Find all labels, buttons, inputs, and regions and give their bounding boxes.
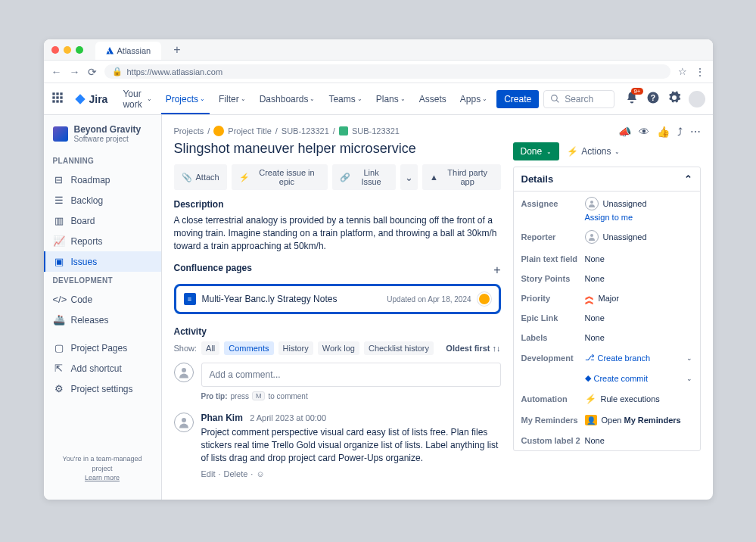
tab-all[interactable]: All: [201, 341, 219, 355]
detail-plain-text[interactable]: Plain text field None: [514, 249, 700, 269]
profile-avatar[interactable]: [689, 91, 705, 107]
comment-date: 2 April 2023 at 00:00: [250, 413, 326, 422]
maximize-window[interactable]: [76, 46, 83, 54]
crumb-projects[interactable]: Projects: [174, 126, 204, 136]
nav-plans[interactable]: Plans⌄: [372, 91, 410, 107]
svg-point-13: [182, 368, 186, 372]
tab-comments[interactable]: Comments: [224, 341, 273, 355]
sidebar-project-pages[interactable]: ▢Project Pages: [44, 338, 161, 358]
sidebar-board[interactable]: ▥Board: [44, 210, 161, 231]
feedback-icon[interactable]: 📣: [618, 126, 631, 138]
notifications-icon[interactable]: 9+: [625, 91, 639, 107]
automation-icon: ⚡: [585, 394, 596, 404]
detail-reminders[interactable]: My Reminders 👤Open My Reminders: [514, 410, 700, 431]
sidebar-code[interactable]: </>Code: [44, 289, 161, 310]
comment-avatar: [174, 413, 194, 432]
create-branch-link[interactable]: ⎇Create branch⌄: [585, 353, 692, 363]
add-confluence-button[interactable]: +: [493, 263, 500, 277]
comment-react-icon[interactable]: ☺: [256, 469, 264, 478]
svg-rect-8: [60, 100, 62, 102]
comment-text: Project comment perspective visual card …: [201, 426, 501, 464]
project-type: Software project: [74, 135, 142, 143]
more-icon[interactable]: ⋯: [690, 126, 701, 138]
search-placeholder: Search: [565, 94, 593, 104]
create-commit-link[interactable]: ◆Create commit⌄: [585, 373, 692, 383]
details-header[interactable]: Details ⌃: [514, 167, 700, 192]
reports-icon: 📈: [53, 235, 65, 247]
link-dropdown[interactable]: ⌄: [400, 164, 418, 190]
create-button[interactable]: Create: [496, 90, 539, 108]
atlassian-icon: [106, 47, 114, 55]
detail-epic-link[interactable]: Epic Link None: [514, 308, 700, 328]
comment-author[interactable]: Phan Kim: [201, 413, 243, 423]
nav-teams[interactable]: Teams⌄: [324, 91, 366, 107]
detail-reporter[interactable]: Reporter Unassigned: [514, 225, 700, 249]
share-icon[interactable]: ⤴: [677, 126, 683, 138]
nav-filter[interactable]: Filter⌄: [214, 91, 250, 107]
sidebar-settings[interactable]: ⚙Project settings: [44, 378, 161, 399]
watch-icon[interactable]: 👁: [639, 126, 649, 138]
browser-address-bar: ← → ⟳ 🔒 https://www.atlassian.com ☆ ⋮: [44, 61, 713, 83]
comment-input[interactable]: Add a comment...: [201, 363, 501, 387]
comment-edit[interactable]: Edit: [201, 469, 216, 478]
description-text[interactable]: A close terrestrial analogy is provided …: [174, 214, 501, 252]
detail-story-points[interactable]: Story Points None: [514, 269, 700, 288]
learn-more-link[interactable]: Learn more: [85, 474, 120, 481]
activity-tabs: Show: All Comments History Work log Chec…: [174, 341, 501, 355]
svg-rect-0: [52, 92, 54, 95]
sort-button[interactable]: Oldest first ↑↓: [446, 344, 500, 353]
detail-priority[interactable]: Priority ︽︽Major: [514, 288, 700, 308]
bookmark-icon[interactable]: ☆: [678, 66, 687, 77]
nav-your-work[interactable]: Your work⌄: [118, 86, 156, 113]
sidebar-backlog[interactable]: ☰Backlog: [44, 190, 161, 210]
app-switcher-icon[interactable]: [51, 92, 64, 106]
new-tab-button[interactable]: +: [166, 43, 188, 57]
url-input[interactable]: 🔒 https://www.atlassian.com: [104, 64, 670, 79]
tab-checklist[interactable]: Checklist history: [364, 341, 434, 355]
browser-tab[interactable]: Atlassian: [95, 42, 162, 60]
sidebar-issues[interactable]: ▣Issues: [44, 251, 161, 272]
protip: Pro tip: press M to comment: [201, 391, 501, 400]
browser-menu[interactable]: ⋮: [695, 66, 705, 78]
crumb-project-title[interactable]: Project Title: [228, 126, 271, 136]
attach-icon: 📎: [182, 173, 192, 182]
settings-icon[interactable]: [667, 91, 681, 107]
project-header[interactable]: Beyond Gravity Software project: [44, 124, 161, 152]
minimize-window[interactable]: [64, 46, 71, 54]
sidebar-roadmap[interactable]: ⊟Roadmap: [44, 170, 161, 190]
detail-custom-label-2[interactable]: Custom label 2 None: [514, 431, 700, 450]
nav-assets[interactable]: Assets: [415, 91, 451, 107]
priority-major-icon: ︽︽: [585, 294, 594, 303]
nav-dashboards[interactable]: Dashboards⌄: [255, 91, 320, 107]
assign-to-me-link[interactable]: Assign to me: [585, 213, 700, 222]
link-issue-button[interactable]: 🔗Link Issue: [332, 164, 396, 190]
tab-worklog[interactable]: Work log: [318, 341, 359, 355]
actions-dropdown[interactable]: ⚡Actions⌄: [567, 146, 619, 157]
sidebar-releases[interactable]: 🚢Releases: [44, 310, 161, 330]
crumb-key1[interactable]: SUB-123321: [282, 126, 329, 136]
help-icon[interactable]: ?: [646, 91, 660, 107]
forward-button[interactable]: →: [70, 66, 80, 78]
back-button[interactable]: ←: [51, 66, 62, 78]
detail-labels[interactable]: Labels None: [514, 328, 700, 347]
crumb-key2[interactable]: SUB-123321: [352, 126, 400, 136]
reload-button[interactable]: ⟳: [88, 66, 97, 78]
sidebar-reports[interactable]: 📈Reports: [44, 231, 161, 251]
jira-logo[interactable]: Jira: [74, 93, 108, 105]
nav-projects[interactable]: Projects⌄: [161, 84, 210, 114]
search-input[interactable]: Search: [543, 90, 614, 108]
vote-icon[interactable]: 👍: [657, 126, 670, 138]
confluence-page-card[interactable]: ≡ Multi-Year Banc.ly Strategy Notes Upda…: [174, 284, 501, 314]
tab-history[interactable]: History: [278, 341, 313, 355]
pages-icon: ▢: [53, 342, 65, 354]
create-in-epic-button[interactable]: ⚡Create issue in epic: [232, 164, 328, 190]
detail-automation[interactable]: Automation ⚡Rule executions: [514, 388, 700, 410]
nav-apps[interactable]: Apps⌄: [456, 91, 492, 107]
third-party-button[interactable]: ▲Third party app: [422, 164, 501, 190]
attach-button[interactable]: 📎Attach: [174, 164, 227, 190]
close-window[interactable]: [51, 46, 59, 54]
comment-delete[interactable]: Delete: [224, 469, 248, 478]
svg-rect-3: [52, 96, 54, 98]
sidebar-add-shortcut[interactable]: ⇱Add shortcut: [44, 358, 161, 378]
status-button[interactable]: Done⌄: [513, 142, 560, 160]
